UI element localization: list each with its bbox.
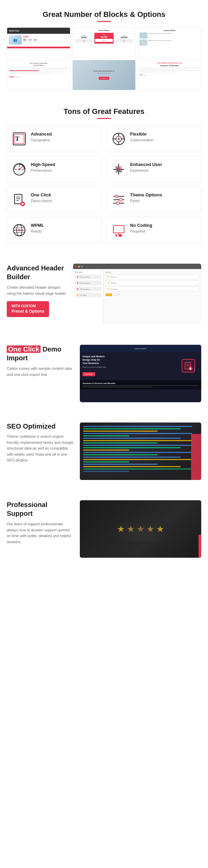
flexible-customization-title: Flexible [130, 131, 154, 137]
demo-preview-title: Unique and ModernDesign Only forYour Bus… [83, 355, 176, 365]
seo-text-block: SEO Optimized Theme codebase is search e… [7, 423, 74, 463]
demo-preview-right [178, 355, 199, 376]
preview-card-latest-news: Latest News Lorem ipsum dolor sit amet c… [138, 27, 201, 58]
theme-options-title: Theme Options [130, 192, 162, 198]
news-text-1: Lorem ipsum dolor sit amet consectetur [148, 32, 172, 39]
feature-promo-stats: 80 Item [140, 74, 199, 76]
hb-main-row-1: UTE Items [106, 274, 199, 279]
news-img-1 [139, 32, 147, 39]
demo-import-title: One Click DemoImport [7, 345, 74, 362]
section-blocks-divider [97, 21, 111, 22]
laptop-keyboard-gradient [80, 466, 201, 480]
hb-top-bar [73, 264, 201, 269]
enhanced-user-title: Enhanced User [130, 162, 162, 168]
star-5: ★ [156, 524, 164, 534]
one-click-title: One Click [31, 192, 52, 198]
skilled-team-label: Skilled Team [9, 30, 19, 32]
hb-sidebar: Elements UTE Text add-ons UTE Text add-o… [73, 269, 103, 324]
enhanced-user-text: Enhanced User Experience [130, 162, 162, 172]
seo-description: Theme codebase is search engine friendly… [7, 434, 74, 463]
support-preview-inner: ★ ★ ★ ★ ★ [80, 500, 201, 558]
hb-main: Layout UTE Items UTE Menu UTE Search [103, 269, 201, 324]
no-coding-title: No Coding [130, 223, 153, 228]
svg-point-41 [18, 229, 20, 231]
advanced-typography-icon: T [12, 131, 27, 146]
text-block-lines: Be is easy to improvingyour business [9, 62, 68, 74]
seo-title: SEO Optimized [7, 423, 74, 430]
latest-news-label: Latest News [139, 29, 200, 31]
no-coding-subtitle: Required [130, 229, 153, 233]
enhanced-user-subtitle: Experience [130, 168, 162, 172]
card-red-bar [7, 47, 70, 48]
section-features-title: Tons of Great Features [7, 107, 201, 116]
plan-enterprise: Ent $2000 Buy [114, 33, 134, 44]
svg-rect-22 [120, 167, 121, 168]
feature-card-high-speed: High-Speed Performance [7, 156, 102, 183]
advanced-typography-subtitle: Typography [31, 138, 52, 142]
hb-main-row-2: UTE Menu [106, 281, 199, 285]
svg-rect-21 [116, 170, 118, 172]
preview-card-image-block: Check this presentation to find out more… [72, 60, 136, 90]
flexible-customization-text: Flexible Customization [130, 131, 154, 142]
star-3: ★ [137, 524, 144, 534]
demo-preview-top-bar: castor.theme [80, 345, 201, 352]
support-text-block: ProfessionalSupport Our team of support … [7, 500, 74, 545]
preview-card-skilled-team: Skilled Team 👥 100+ 465 Item [7, 27, 70, 58]
support-title: ProfessionalSupport [7, 500, 74, 518]
header-builder-title: Advanced Header Builder [7, 264, 68, 281]
demo-preview-subtitle: Build your perfect website today [83, 366, 176, 368]
high-speed-title: High-Speed [31, 162, 55, 168]
support-description: Our team of support professionals always… [7, 521, 74, 545]
enhanced-user-icon [111, 162, 126, 177]
feature-promo-lines [140, 68, 199, 72]
high-speed-subtitle: Performance [31, 168, 55, 172]
plan-basic: Basic $100 Buy [74, 33, 94, 44]
svg-text:T: T [15, 136, 19, 142]
preview-card-feature-promo: Let's Start to Discover our Features & B… [138, 60, 201, 90]
header-builder-preview: Elements UTE Text add-ons UTE Text add-o… [73, 264, 201, 324]
image-block-bg: Check this presentation to find out more… [73, 60, 136, 90]
svg-rect-20 [120, 170, 121, 172]
feature-card-enhanced-user: Enhanced User Experience [106, 156, 202, 183]
preview-cards-row1: Skilled Team 👥 100+ 465 Item [7, 27, 201, 58]
demo-preview-body: Unique and ModernDesign Only forYour Bus… [80, 352, 201, 379]
news-text-2: Adipiscing elit sed do eiusmod tempor [148, 40, 171, 46]
text-block-stats: 3000+ Projects [9, 76, 68, 78]
news-img-2 [139, 40, 147, 46]
svg-point-34 [119, 198, 122, 201]
header-builder-description: Create ultimated header designs using th… [7, 285, 68, 296]
wpml-text: WPML Ready [31, 223, 44, 233]
hb-main-row-3: UTE Search [106, 287, 199, 291]
wpml-subtitle: Ready [31, 229, 44, 233]
no-coding-text: No Coding Required [130, 223, 153, 233]
advanced-typography-text: Advanced Typography [31, 131, 52, 142]
feature-card-no-coding: No Coding Required [106, 217, 202, 243]
no-coding-icon [111, 223, 126, 238]
demo-preview-lines [83, 385, 199, 387]
svg-line-12 [19, 167, 23, 169]
with-custom-btn[interactable]: WITH CUSTOM Preset & Options [7, 301, 49, 317]
demo-import-title-highlight: One Click [7, 345, 41, 353]
hb-dot-red [75, 266, 77, 267]
theme-options-subtitle: Panel [130, 199, 162, 203]
star-2: ★ [127, 524, 135, 534]
demo-import-text-block: One Click DemoImport Castor comes with s… [7, 345, 74, 378]
demo-import-preview: castor.theme Unique and ModernDesign Onl… [80, 345, 201, 402]
demo-import-icon [182, 359, 195, 372]
one-click-icon [12, 192, 27, 207]
hb-sidebar-item-3: UTE Text add-ons [75, 287, 101, 291]
feature-card-flexible-customization: Flexible Customization [106, 126, 202, 152]
svg-point-5 [118, 138, 120, 140]
high-speed-icon [12, 162, 27, 177]
feature-card-one-click: One Click Demo Import [7, 187, 102, 213]
feature-card-wpml: WPML Ready [7, 217, 102, 243]
hb-dot-yellow [78, 266, 80, 267]
section-blocks: Great Number of Blocks & Options Skilled… [0, 0, 208, 97]
hb-action-buttons [106, 293, 199, 296]
flexible-customization-subtitle: Customization [130, 138, 154, 142]
section-demo-import: One Click DemoImport Castor comes with s… [0, 335, 208, 412]
star-4: ★ [146, 524, 154, 534]
header-builder-text-block: Advanced Header Builder Create ultimated… [7, 264, 68, 317]
with-custom-btn-line1: WITH CUSTOM [11, 304, 44, 309]
stat-1: 100+ [23, 35, 29, 38]
